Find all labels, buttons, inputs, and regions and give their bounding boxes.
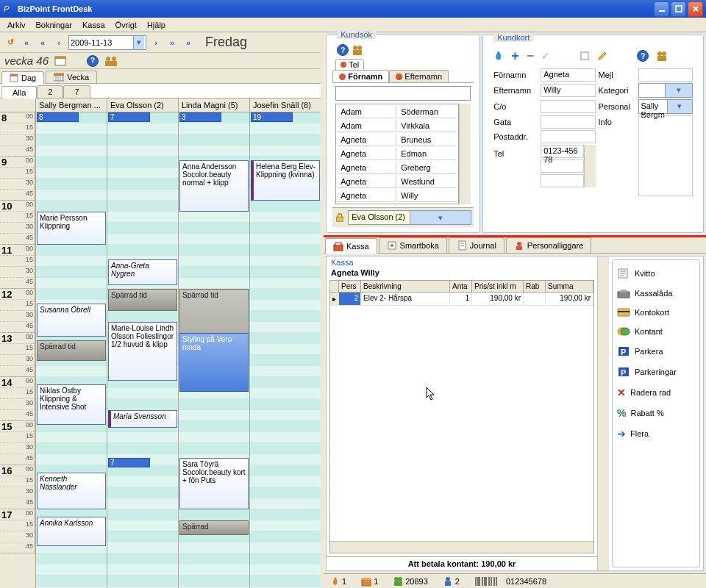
- kategori-dropdown-icon[interactable]: ▾: [665, 84, 692, 97]
- help-icon[interactable]: ?: [87, 55, 99, 67]
- appointment[interactable]: Anna-Greta Nygren: [108, 259, 177, 285]
- appointment[interactable]: Niklas Östby Klippning & Intensive Shot: [37, 384, 106, 425]
- side-kontant[interactable]: Kontant: [616, 322, 696, 341]
- staff-select[interactable]: Eva Olsson (2) ▾: [348, 210, 471, 225]
- side-parkeringar[interactable]: PParkeringar: [616, 362, 696, 382]
- appointment[interactable]: Kenneth Nässlander: [37, 473, 106, 509]
- kk-edit-icon[interactable]: [597, 51, 607, 61]
- col-1[interactable]: Eva Olsson (2): [107, 98, 178, 112]
- tab-personalliggare[interactable]: Personalliggare: [506, 237, 591, 253]
- appointment[interactable]: Marie Persson Klippning: [37, 212, 106, 245]
- lock-icon[interactable]: [335, 212, 345, 223]
- appointment[interactable]: Annika Karlsson: [37, 517, 106, 546]
- fld-mejl[interactable]: [638, 68, 693, 82]
- menu-hjalp[interactable]: Hjälp: [143, 19, 170, 31]
- kk-help-icon[interactable]: ?: [637, 50, 649, 62]
- tab-2[interactable]: 2: [37, 85, 63, 98]
- kassa-scrollbar[interactable]: [597, 257, 609, 570]
- ks-help-icon[interactable]: ?: [337, 44, 349, 56]
- side-rabatt[interactable]: %Rabatt %: [616, 403, 696, 423]
- search-input[interactable]: [335, 86, 471, 101]
- col-3[interactable]: Josefin Snäll (8): [249, 98, 321, 112]
- fld-postaddr[interactable]: [541, 130, 595, 143]
- kk-people-icon[interactable]: [656, 51, 668, 61]
- tab-7[interactable]: 7: [63, 85, 90, 98]
- people-icon[interactable]: [104, 56, 118, 66]
- side-kassalada[interactable]: Kassalåda: [616, 284, 696, 303]
- reset-icon[interactable]: ↺: [4, 36, 17, 49]
- chip-col3[interactable]: 19: [251, 112, 293, 122]
- fld-efternamn[interactable]: Willy: [541, 84, 595, 97]
- maximize-button[interactable]: [671, 1, 686, 17]
- prev-icon[interactable]: ‹: [52, 36, 65, 49]
- chip-col1[interactable]: 7: [108, 112, 150, 122]
- side-kontokort[interactable]: Kontokort: [616, 303, 696, 322]
- date-select[interactable]: 2009-11-13 ▾: [68, 35, 146, 50]
- kassa-row[interactable]: ▸ 2 Elev 2- Hårspa 1 190,00 kr 190,00 kr: [330, 293, 593, 306]
- fwd-icon[interactable]: »: [165, 36, 179, 49]
- side-kvitto[interactable]: Kvitto: [616, 263, 696, 284]
- fld-kategori[interactable]: ▾: [638, 83, 693, 98]
- fwd-fast-icon[interactable]: »: [182, 36, 195, 49]
- customer-scrollbar[interactable]: [459, 104, 471, 204]
- fld-tel3[interactable]: [541, 174, 583, 187]
- tab-alla[interactable]: Alla: [1, 86, 37, 98]
- personal-dropdown-icon[interactable]: ▾: [667, 100, 692, 113]
- date-dropdown-icon[interactable]: ▾: [133, 36, 144, 49]
- chip-col1b[interactable]: 7: [108, 458, 150, 467]
- menu-kassa[interactable]: Kassa: [78, 19, 110, 31]
- tab-fornamn[interactable]: Förnamn: [332, 70, 389, 82]
- appointment[interactable]: Marie-Louise Lindh Olsson Folieslingor 1…: [108, 322, 177, 381]
- tab-journal[interactable]: Journal: [449, 237, 504, 253]
- fld-tel[interactable]: 0123-456 78: [541, 145, 583, 158]
- kk-minus-icon[interactable]: −: [527, 49, 535, 64]
- appointment[interactable]: Spärrad tid: [37, 340, 106, 361]
- minimize-button[interactable]: [654, 1, 669, 17]
- kassa-grid[interactable]: Pers Beskrivning Anta Pris/st inkl m Rab…: [329, 280, 594, 553]
- fld-co[interactable]: [541, 100, 595, 113]
- fld-gata[interactable]: [541, 115, 595, 129]
- chip-col2[interactable]: 3: [179, 112, 221, 122]
- kk-add-icon[interactable]: +: [511, 49, 519, 64]
- menu-ovrigt[interactable]: Övrigt: [111, 19, 141, 31]
- calendar-mini-icon[interactable]: [54, 55, 66, 67]
- menu-bokningar[interactable]: Bokningar: [31, 19, 76, 31]
- customer-row[interactable]: AgnetaBruneus: [338, 134, 457, 146]
- menu-arkiv[interactable]: Arkiv: [3, 19, 29, 31]
- staff-dropdown-icon[interactable]: ▾: [410, 211, 471, 224]
- tab-vecka[interactable]: Vecka: [46, 71, 97, 83]
- appointment[interactable]: Styling på Vero moda: [179, 333, 249, 392]
- tab-dag[interactable]: Dag: [1, 71, 44, 84]
- fld-fornamn[interactable]: Agneta: [541, 68, 595, 82]
- customer-row[interactable]: AgnetaEdman: [338, 148, 457, 160]
- customer-list[interactable]: AdamSödermanAdamVirkkalaAgnetaBruneusAgn…: [335, 104, 459, 204]
- kk-flame-icon[interactable]: [493, 50, 504, 62]
- tab-kassa[interactable]: Kassa: [325, 238, 377, 254]
- chip-col0[interactable]: 8: [37, 112, 79, 122]
- appointment[interactable]: Susanna Öbrell: [37, 304, 106, 337]
- rewind-fast-icon[interactable]: «: [20, 36, 33, 49]
- col-2[interactable]: Linda Magni (5): [178, 98, 249, 112]
- tab-tel[interactable]: Tel: [335, 59, 364, 71]
- fld-personal[interactable]: Sally Bergm▾: [638, 99, 693, 114]
- kk-note-icon[interactable]: [580, 51, 590, 61]
- customer-row[interactable]: AdamSöderman: [338, 106, 457, 118]
- appointment[interactable]: Spärrad tid: [108, 289, 177, 311]
- side-parkera[interactable]: PParkera: [616, 341, 696, 362]
- col-0[interactable]: Sally Bergman ...: [35, 98, 107, 112]
- close-button[interactable]: [688, 1, 703, 17]
- side-radera[interactable]: ✕Radera rad: [616, 382, 696, 403]
- appointment[interactable]: Maria Svensson: [108, 410, 177, 428]
- customer-row[interactable]: AgnetaWestlund: [338, 176, 457, 188]
- kk-check-icon[interactable]: ✓: [541, 50, 550, 62]
- tab-efternamn[interactable]: Efternamn: [389, 70, 449, 82]
- next-icon[interactable]: ›: [149, 36, 163, 49]
- calendar-grid[interactable]: 8001530459001530451000153045110015304512…: [0, 112, 321, 588]
- appointment[interactable]: Spärrad: [179, 520, 249, 535]
- ks-people-icon[interactable]: [352, 45, 363, 55]
- customer-row[interactable]: AgnetaWilly: [338, 190, 457, 202]
- tel-scrollbar[interactable]: [584, 145, 596, 187]
- customer-row[interactable]: AdamVirkkala: [338, 120, 457, 132]
- appointment[interactable]: Anna Andersson Socolor.beauty normal + k…: [179, 160, 249, 212]
- fld-info[interactable]: [638, 115, 693, 196]
